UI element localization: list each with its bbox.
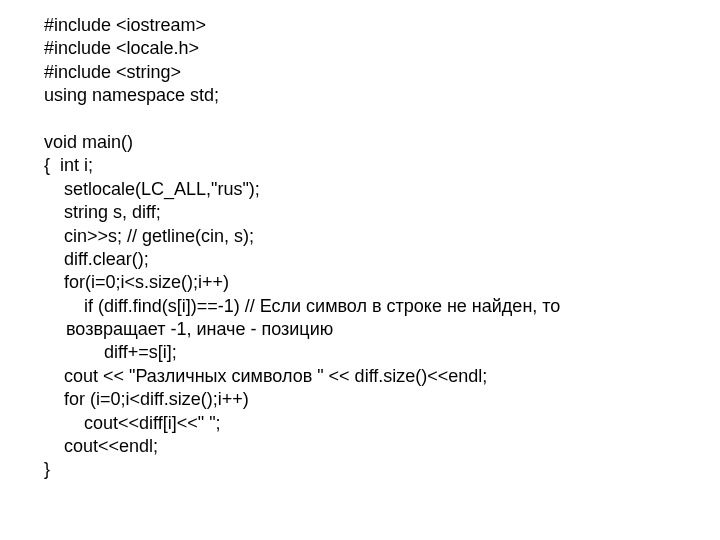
code-line-wrap: возвращает -1, иначе - позицию [44,318,720,341]
code-line: setlocale(LC_ALL,"rus"); [44,178,720,201]
code-line: cin>>s; // getline(cin, s); [44,225,720,248]
code-line: void main() [44,131,720,154]
code-line: } [44,458,720,481]
code-line: cout << "Различных символов " << diff.si… [44,365,720,388]
code-line: cout<<endl; [44,435,720,458]
code-line: #include <locale.h> [44,37,720,60]
code-line: cout<<diff[i]<<" "; [44,412,720,435]
code-document: #include <iostream> #include <locale.h> … [0,0,720,482]
code-line: string s, diff; [44,201,720,224]
code-line: for(i=0;i<s.size();i++) [44,271,720,294]
code-line: #include <string> [44,61,720,84]
code-line: #include <iostream> [44,14,720,37]
code-line: diff.clear(); [44,248,720,271]
code-line: if (diff.find(s[i])==-1) // Если символ … [44,295,720,318]
code-line: using namespace std; [44,84,720,107]
code-line: { int i; [44,154,720,177]
code-line: for (i=0;i<diff.size();i++) [44,388,720,411]
blank-line [44,108,720,131]
code-line: diff+=s[i]; [44,341,720,364]
